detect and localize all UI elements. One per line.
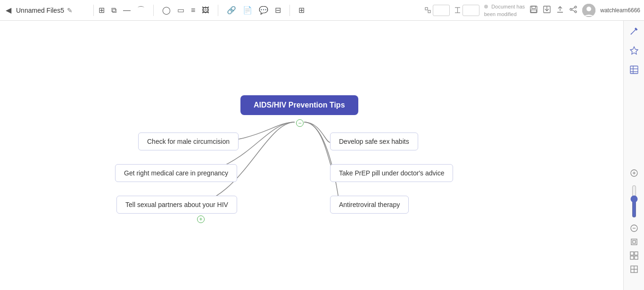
node-check-circumcision[interactable]: Check for male circumcision bbox=[138, 133, 239, 150]
zoom-panel bbox=[623, 165, 644, 279]
toolbar-divider-4 bbox=[153, 5, 154, 16]
shrink-icon[interactable] bbox=[630, 251, 638, 261]
collapse-button[interactable]: − bbox=[296, 119, 304, 127]
user-name: watchlearn6666 bbox=[600, 7, 640, 14]
svg-point-10 bbox=[575, 6, 577, 8]
node-safe-sex-habits[interactable]: Develop safe sex habits bbox=[330, 133, 418, 150]
expand-icon[interactable]: ⊞ bbox=[298, 6, 305, 15]
zoom-label-2: 30 bbox=[454, 5, 479, 16]
node-antiretroviral[interactable]: Antiretroviral therapy bbox=[330, 196, 409, 214]
svg-line-14 bbox=[572, 10, 575, 11]
document-title: Unnamed Files5 bbox=[16, 7, 64, 14]
svg-rect-32 bbox=[635, 252, 638, 255]
doc-modified-status: Document has been modified bbox=[484, 3, 525, 17]
user-avatar[interactable] bbox=[582, 4, 595, 17]
zoom-slider[interactable] bbox=[618, 185, 644, 218]
back-button[interactable]: ◀ bbox=[4, 4, 13, 17]
connections-svg bbox=[0, 21, 623, 290]
svg-point-16 bbox=[586, 7, 591, 11]
resize-icon bbox=[425, 7, 431, 13]
export-icon[interactable] bbox=[556, 5, 564, 16]
svg-point-12 bbox=[575, 11, 577, 13]
toolbar-right: 30 30 Document has been modified wat bbox=[425, 3, 640, 17]
zoom-slider-container bbox=[618, 182, 644, 220]
comment-icon[interactable]: 💬 bbox=[259, 6, 268, 15]
svg-rect-0 bbox=[425, 8, 428, 10]
table-icon[interactable]: ⊟ bbox=[275, 6, 281, 15]
central-node[interactable]: AIDS/HIV Prevention Tips bbox=[240, 95, 358, 115]
svg-rect-5 bbox=[530, 6, 537, 13]
image-icon[interactable]: 🖼 bbox=[202, 6, 209, 15]
doc-icon[interactable]: 📄 bbox=[243, 6, 252, 15]
line-icon[interactable]: — bbox=[123, 6, 131, 15]
curve-icon[interactable]: ⌒ bbox=[137, 5, 145, 15]
zoom-width-input[interactable]: 30 bbox=[433, 5, 450, 16]
svg-marker-19 bbox=[630, 47, 638, 54]
svg-rect-29 bbox=[631, 239, 637, 245]
edit-title-icon[interactable]: ✎ bbox=[67, 7, 73, 14]
node-medical-care-pregnancy[interactable]: Get right medical care in pregnancy bbox=[115, 164, 237, 182]
table-view-icon[interactable] bbox=[629, 65, 639, 77]
save-cloud-icon[interactable] bbox=[543, 5, 551, 16]
svg-rect-31 bbox=[630, 252, 634, 255]
share-icon[interactable] bbox=[569, 5, 578, 16]
zoom-height-input[interactable]: 30 bbox=[462, 5, 479, 16]
expand-view-icon[interactable] bbox=[630, 265, 638, 275]
circle-icon[interactable]: ◯ bbox=[162, 6, 171, 15]
zoom-in-icon[interactable] bbox=[630, 169, 638, 179]
svg-rect-30 bbox=[633, 240, 636, 243]
svg-line-13 bbox=[572, 8, 575, 9]
node-prep-pill[interactable]: Take PrEP pill under doctor's advice bbox=[330, 164, 453, 182]
toolbar: ◀ Unnamed Files5 ✎ ⊞⧉—⌒◯▭≡🖼🔗📄💬⊟⊞ 30 30 D… bbox=[0, 0, 644, 21]
svg-rect-6 bbox=[532, 6, 536, 8]
toolbar-divider-8 bbox=[218, 5, 218, 16]
expand-button[interactable]: + bbox=[197, 215, 205, 223]
save-local-icon[interactable] bbox=[529, 5, 538, 16]
toolbar-left: ◀ Unnamed Files5 ✎ bbox=[4, 4, 89, 17]
list-icon[interactable]: ≡ bbox=[191, 6, 195, 15]
node-tell-sexual-partners[interactable]: Tell sexual partners about your HIV bbox=[116, 196, 237, 214]
toolbar-divider-12 bbox=[289, 5, 290, 16]
canvas-area: AIDS/HIV Prevention Tips − Check for mal… bbox=[0, 21, 623, 290]
mindmap: AIDS/HIV Prevention Tips − Check for mal… bbox=[0, 21, 623, 290]
frame-icon[interactable]: ⊞ bbox=[99, 6, 105, 15]
link-icon[interactable]: 🔗 bbox=[227, 6, 236, 15]
wand-icon[interactable] bbox=[629, 26, 639, 38]
svg-rect-33 bbox=[630, 256, 634, 259]
rect-icon[interactable]: ▭ bbox=[177, 6, 184, 15]
zoom-out-icon[interactable] bbox=[630, 224, 638, 234]
height-icon bbox=[454, 7, 461, 13]
toolbar-divider-1 bbox=[93, 5, 94, 16]
svg-line-18 bbox=[631, 33, 632, 34]
star-icon[interactable] bbox=[629, 46, 639, 58]
svg-rect-34 bbox=[635, 256, 638, 259]
zoom-label-1: 30 bbox=[425, 5, 450, 16]
svg-point-11 bbox=[570, 8, 572, 10]
fit-screen-icon[interactable] bbox=[630, 238, 638, 248]
svg-rect-20 bbox=[630, 66, 638, 74]
copy-icon[interactable]: ⧉ bbox=[111, 6, 116, 15]
toolbar-icons: ⊞⧉—⌒◯▭≡🖼🔗📄💬⊟⊞ bbox=[99, 5, 422, 16]
svg-rect-1 bbox=[428, 10, 430, 13]
svg-rect-7 bbox=[531, 10, 537, 12]
